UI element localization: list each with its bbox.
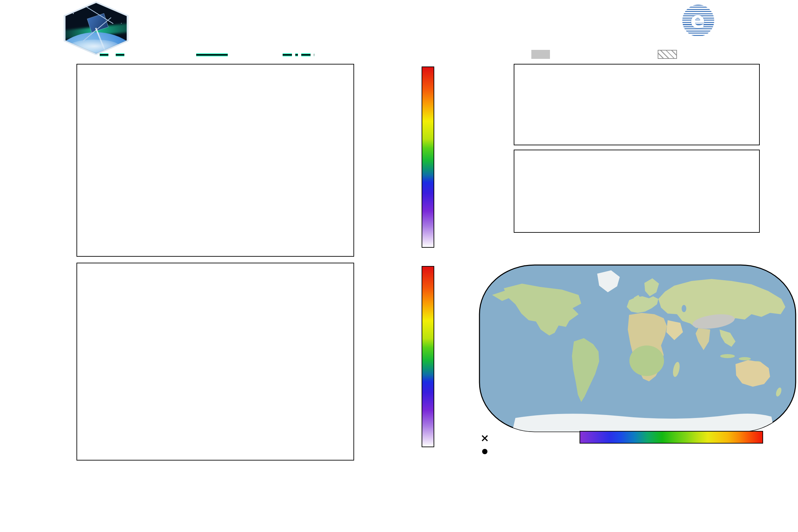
toa-bin-canvas [77,263,354,460]
map-marker-legend-icons [480,432,493,459]
toa-bin-panel [76,263,354,460]
counts-panel [514,150,760,233]
epop-irm-summary-plot: e [0,0,798,532]
current-panel [514,64,760,145]
cassiope-mission-logo [61,1,131,55]
esa-logo-icon: e [682,5,714,37]
shadow-legend-swatch [658,50,677,59]
current-canvas [514,64,759,145]
pointing-legend-samples [96,50,353,60]
ground-track-map [479,264,796,432]
star [73,13,74,14]
sc-axis-pointing-panel [76,64,354,257]
altitude-colorbar [580,431,763,443]
eclipse-legend-swatch [531,50,550,59]
counts-canvas [514,150,759,232]
esa-logo-e: e [690,7,705,33]
pixel-counts-colorbar [422,66,434,248]
star [121,23,122,24]
tof-counts-colorbar [422,266,434,447]
pointing-traces-canvas [77,64,354,256]
star [116,10,117,11]
